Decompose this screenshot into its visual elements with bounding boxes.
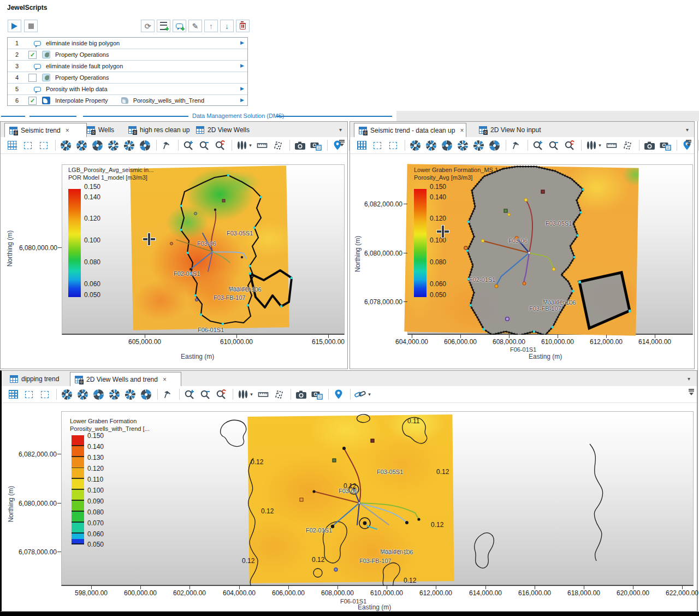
ruler-button[interactable] [256,388,270,401]
link-views-button[interactable]: ▾ [353,388,372,401]
zoom-extents-button[interactable] [38,388,52,401]
view-east-button[interactable] [90,139,104,152]
close-icon[interactable]: × [163,376,167,383]
fence-diagram-button[interactable]: ▾ [236,388,254,401]
view-south-button[interactable] [74,139,88,152]
zoom-in-button[interactable] [531,139,545,152]
copy-snapshot-button[interactable] [309,139,323,152]
rotate-view-button[interactable] [509,139,523,152]
rotate-view-button[interactable] [161,388,175,401]
scale-bar-button[interactable] [272,388,286,401]
view-north-button[interactable] [60,388,74,401]
masked-region-polygon[interactable] [467,167,583,335]
rotate-view-button[interactable] [159,139,174,152]
dms-splitter-label[interactable]: Data Management Solution (DMS) [192,112,284,119]
run-script-button[interactable] [8,20,21,32]
tab-list-dropdown[interactable]: ▾ [686,127,689,133]
tab-2d-view-wells[interactable]: 2D View Wells [192,123,254,137]
toolbar-overflow-handle[interactable] [685,139,692,147]
map-plot-area[interactable]: LGB_Porosity_Avg_seismic in... POR Model… [1,155,347,369]
tab-seismic-trend-data-clean-up[interactable]: 0 Seismic trend - data clean up × [354,123,466,138]
tab-list-dropdown[interactable]: ▾ [688,376,690,382]
close-icon[interactable]: × [460,127,464,134]
toolbar-overflow-handle[interactable] [688,388,695,396]
zoom-previous-button[interactable] [562,139,577,152]
view-east-button[interactable] [91,388,105,401]
refresh-button[interactable]: ⟳ [141,20,155,32]
script-row[interactable]: 6 ✓ Interpolate Property Porosity_wells_… [8,95,247,106]
add-step-button[interactable] [157,20,170,32]
expand-icon[interactable]: ▶ [240,86,244,91]
tab-2d-view-wells-and-trend[interactable]: 0 2D View Wells and trend × [70,372,181,387]
script-row[interactable]: 1 eliminate inside big polygon ▶ [8,38,247,49]
zoom-previous-button[interactable] [214,388,228,401]
view-west-button[interactable] [455,139,470,152]
snapshot-button[interactable] [642,139,656,152]
view-bottom-button[interactable] [138,139,152,152]
move-down-button[interactable]: ↓ [220,20,234,32]
zoom-out-button[interactable] [197,139,211,152]
tab-dipping-trend[interactable]: dipping trend [5,372,63,386]
view-north-button[interactable] [58,139,73,152]
zoom-in-button[interactable] [181,139,196,152]
edit-step-button[interactable]: ✎ [188,20,202,32]
zoom-extents-button[interactable] [386,139,400,152]
tab-wells[interactable]: 0 Wells [82,123,119,137]
copy-snapshot-button[interactable] [658,139,672,152]
tab-list-dropdown[interactable]: ▾ [339,127,342,133]
script-row[interactable]: 4 Property Operations [8,72,247,84]
snapshot-button[interactable] [294,388,308,401]
toolbar-overflow-handle[interactable] [339,139,345,147]
ruler-button[interactable] [255,139,269,152]
scale-bar-button[interactable] [271,139,285,152]
expand-icon[interactable]: ▶ [240,98,244,103]
move-up-button[interactable]: ↑ [204,20,218,32]
map-plot-area[interactable]: Lower Graben Formation_MS 1 Porosity_Avg… [350,155,694,369]
script-row[interactable]: 5 Porosity with Help data ▶ [8,84,247,95]
checkbox-unchecked[interactable] [28,74,37,82]
copy-snapshot-button[interactable] [310,388,324,401]
fault-polygon[interactable] [579,273,630,328]
script-row[interactable]: 3 eliminate inside fault polygon ▶ [8,61,247,72]
location-pin-button[interactable] [331,388,346,401]
tab-seismic-trend[interactable]: 0 Seismic trend × [4,123,87,138]
checkbox-checked[interactable]: ✓ [28,51,37,59]
delete-step-button[interactable] [236,20,250,32]
script-row[interactable]: 2 ✓ Property Operations [8,49,247,61]
checkbox-checked[interactable]: ✓ [28,97,37,105]
view-north-button[interactable] [408,139,422,152]
view-east-button[interactable] [440,139,454,152]
zoom-out-button[interactable] [547,139,561,152]
tab-high-res-clean-up[interactable]: 0 high res clean up [124,123,194,137]
edit-polygon[interactable] [181,175,261,324]
tab-2d-view-no-input[interactable]: 0 2D View No input [475,123,546,137]
zoom-previous-button[interactable] [213,139,227,152]
view-top-button[interactable] [122,139,136,152]
view-south-button[interactable] [75,388,90,401]
zoom-box-button[interactable] [21,139,35,152]
scale-bar-button[interactable] [620,139,635,152]
view-top-button[interactable] [471,139,485,152]
snapshot-button[interactable] [293,139,307,152]
grid-toggle-button[interactable] [5,139,19,152]
add-comment-button[interactable] [173,20,186,32]
view-south-button[interactable] [424,139,438,152]
zoom-box-button[interactable] [370,139,384,152]
ruler-button[interactable] [605,139,619,152]
zoom-box-button[interactable] [22,388,36,401]
expand-icon[interactable]: ▶ [240,40,244,45]
view-top-button[interactable] [123,388,137,401]
expand-icon[interactable]: ▶ [240,63,244,68]
view-bottom-button[interactable] [139,388,153,401]
stop-script-button[interactable] [24,20,38,32]
close-icon[interactable]: × [66,127,69,134]
view-bottom-button[interactable] [487,139,501,152]
grid-toggle-button[interactable] [354,139,369,152]
grid-toggle-button[interactable] [6,388,20,401]
map-plot-area[interactable]: Lower Graben Formation Porosity_wells_wi… [2,404,697,611]
zoom-extents-button[interactable] [37,139,51,152]
view-west-button[interactable] [107,388,121,401]
zoom-out-button[interactable] [198,388,212,401]
fence-diagram-button[interactable]: ▾ [235,139,253,152]
zoom-in-button[interactable] [182,388,197,401]
